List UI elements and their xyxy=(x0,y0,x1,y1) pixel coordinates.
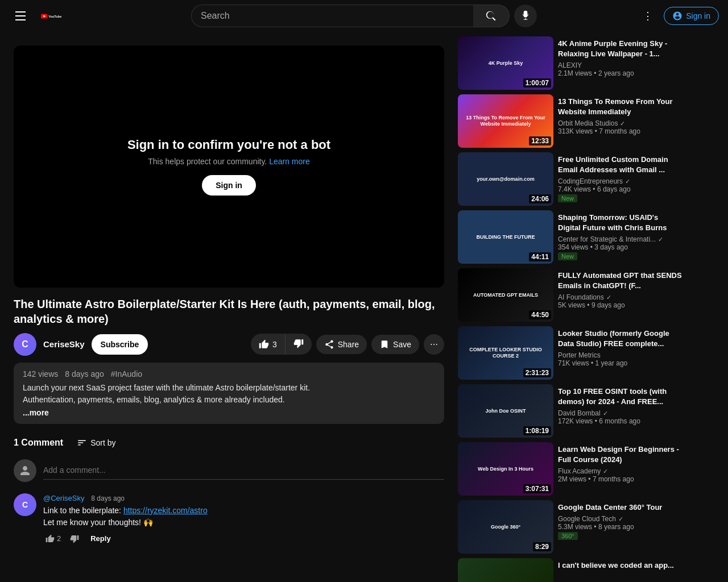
search-input[interactable] xyxy=(191,5,473,27)
comment-dislike-button[interactable] xyxy=(68,532,81,546)
save-label: Save xyxy=(393,340,411,349)
description-text: Launch your next SaaS project faster wit… xyxy=(23,382,435,406)
channel-name: CodingEntrepreneurs ✓ xyxy=(558,177,682,185)
video-thumbnail: 13 Things To Remove From Your Website Im… xyxy=(458,94,553,148)
mic-button[interactable] xyxy=(514,5,537,27)
sign-in-overlay: Sign in to confirm you're not a bot This… xyxy=(127,138,330,196)
comment-like-button[interactable]: 2 xyxy=(43,532,63,546)
channel-name: Orbit Media Studios ✓ xyxy=(558,119,682,127)
video-thumbnail: BUILD $1M APP xyxy=(458,558,553,582)
hashtag[interactable]: #InAudio xyxy=(111,369,142,379)
overlay-sign-in-button[interactable]: Sign in xyxy=(202,175,256,196)
verified-icon: ✓ xyxy=(620,120,625,127)
comments-section: 1 Comment Sort by C @CeriseSky 8 days ag… xyxy=(14,438,444,546)
video-meta: 313K views • 7 months ago xyxy=(558,127,682,135)
thumb-label: Google 360° xyxy=(489,522,523,533)
sidebar-video-item[interactable]: 13 Things To Remove From Your Website Im… xyxy=(458,94,682,148)
comment-link[interactable]: https://ryzekit.com/astro xyxy=(123,506,208,515)
menu-icon[interactable] xyxy=(9,5,32,27)
video-info: FULLY Automated GPT that SENDS Emails in… xyxy=(558,268,682,322)
thumb-label: your.own@domain.com xyxy=(474,174,536,185)
video-title: The Ultimate Astro Boilerplate/Starter K… xyxy=(14,297,444,326)
sidebar-video-item[interactable]: John Doe OSINT 1:08:19 Top 10 FREE OSINT… xyxy=(458,384,682,438)
channel-name[interactable]: CeriseSky xyxy=(43,339,85,349)
logo[interactable]: YouTube xyxy=(41,9,61,23)
overlay-subtext: This helps protect our community. Learn … xyxy=(127,157,330,166)
verified-icon: ✓ xyxy=(603,410,608,417)
video-meta: 7.4K views • 6 days ago xyxy=(558,185,682,193)
sidebar-videos-list: 4K Purple Sky 1:00:07 4K Anime Purple Ev… xyxy=(458,36,682,582)
video-title: FULLY Automated GPT that SENDS Emails in… xyxy=(558,271,682,291)
video-info: Learn Web Design For Beginners - Full Co… xyxy=(558,442,682,496)
sidebar-video-item[interactable]: BUILDING THE FUTURE 44:11 Shaping Tomorr… xyxy=(458,210,682,264)
more-description-button[interactable]: ...more xyxy=(23,408,49,417)
video-player: Sign in to confirm you're not a bot This… xyxy=(14,45,444,288)
more-actions-button[interactable]: ⋯ xyxy=(424,334,444,355)
comments-header: 1 Comment Sort by xyxy=(14,438,444,448)
header-left: YouTube xyxy=(9,5,134,27)
search-bar xyxy=(191,5,510,27)
video-duration: 3:07:31 xyxy=(523,484,551,493)
sidebar-video-item[interactable]: AUTOMATED GPT EMAILS 44:50 FULLY Automat… xyxy=(458,268,682,322)
video-duration: 44:50 xyxy=(529,310,551,319)
video-thumbnail: BUILDING THE FUTURE 44:11 xyxy=(458,210,553,264)
more-options-button[interactable]: ⋮ xyxy=(636,5,659,27)
video-area: Sign in to confirm you're not a bot This… xyxy=(0,32,458,582)
video-duration: 24:06 xyxy=(529,194,551,203)
share-button[interactable]: Share xyxy=(316,335,367,354)
comment-body: @CeriseSky 8 days ago Link to the boiler… xyxy=(43,493,444,546)
like-dislike-group: 3 xyxy=(251,334,312,355)
dislike-button[interactable] xyxy=(286,334,312,355)
sidebar: 4K Purple Sky 1:00:07 4K Anime Purple Ev… xyxy=(458,32,686,582)
comment-input[interactable] xyxy=(43,461,444,480)
video-actions: 3 Share Save ⋯ xyxy=(251,334,444,355)
sidebar-video-item[interactable]: COMPLETE LOOKER STUDIO COURSE 2 2:31:23 … xyxy=(458,326,682,380)
comments-count: 1 Comment xyxy=(14,438,63,448)
channel-name: Porter Metrics xyxy=(558,351,682,359)
sign-in-button[interactable]: Sign in xyxy=(664,7,719,25)
video-meta: C CeriseSky Subscribe 3 Share xyxy=(14,333,444,356)
video-title: 4K Anime Purple Evening Sky - Relaxing L… xyxy=(558,39,682,59)
video-title: Learn Web Design For Beginners - Full Co… xyxy=(558,444,682,465)
search-area xyxy=(139,5,589,27)
video-info: I can't believe we coded an app... xyxy=(558,558,682,582)
channel-info: C CeriseSky Subscribe xyxy=(14,333,148,356)
save-button[interactable]: Save xyxy=(371,335,419,354)
sidebar-video-item[interactable]: your.own@domain.com 24:06 Free Unlimited… xyxy=(458,152,682,206)
video-title: I can't believe we coded an app... xyxy=(558,560,682,571)
post-date: 8 days ago xyxy=(65,369,104,379)
sort-button[interactable]: Sort by xyxy=(77,438,115,448)
learn-more-link[interactable]: Learn more xyxy=(269,157,310,166)
sidebar-video-item[interactable]: Google 360° 8:29 Google Data Center 360°… xyxy=(458,500,682,554)
add-comment-area xyxy=(14,459,444,482)
video-thumbnail: AUTOMATED GPT EMAILS 44:50 xyxy=(458,268,553,322)
verified-icon: ✓ xyxy=(625,178,630,185)
video-description-box[interactable]: 142 views 8 days ago #InAudio Launch you… xyxy=(14,363,444,424)
video-thumbnail: your.own@domain.com 24:06 xyxy=(458,152,553,206)
verified-icon: ✓ xyxy=(606,294,611,301)
search-button[interactable] xyxy=(473,5,510,27)
thumb-label: Web Design In 3 Hours xyxy=(475,464,536,475)
sidebar-video-item[interactable]: Web Design In 3 Hours 3:07:31 Learn Web … xyxy=(458,442,682,496)
thumb-label: AUTOMATED GPT EMAILS xyxy=(471,290,540,301)
sidebar-video-item[interactable]: BUILD $1M APP I can't believe we coded a… xyxy=(458,558,682,582)
sign-in-label: Sign in xyxy=(686,11,710,20)
thumb-label: COMPLETE LOOKER STUDIO COURSE 2 xyxy=(458,344,553,361)
video-duration: 1:08:19 xyxy=(523,426,551,435)
comment-time: 8 days ago xyxy=(91,494,125,502)
video-info: Shaping Tomorrow: USAID's Digital Future… xyxy=(558,210,682,264)
channel-name: ALEXIY xyxy=(558,61,682,69)
like-button[interactable]: 3 xyxy=(251,335,286,354)
sidebar-video-item[interactable]: 4K Purple Sky 1:00:07 4K Anime Purple Ev… xyxy=(458,36,682,90)
video-info: Free Unlimited Custom Domain Email Addre… xyxy=(558,152,682,206)
video-title: Looker Studio (formerly Google Data Stud… xyxy=(558,329,682,349)
new-badge: New xyxy=(558,252,577,260)
sort-label: Sort by xyxy=(90,438,115,447)
video-thumbnail: Web Design In 3 Hours 3:07:31 xyxy=(458,442,553,496)
video-info: 13 Things To Remove From Your Website Im… xyxy=(558,94,682,148)
reply-button[interactable]: Reply xyxy=(86,532,115,545)
subscribe-button[interactable]: Subscribe xyxy=(92,334,148,355)
video-thumbnail: 4K Purple Sky 1:00:07 xyxy=(458,36,553,90)
comment-author[interactable]: @CeriseSky xyxy=(43,494,84,502)
video-duration: 12:33 xyxy=(529,136,551,146)
